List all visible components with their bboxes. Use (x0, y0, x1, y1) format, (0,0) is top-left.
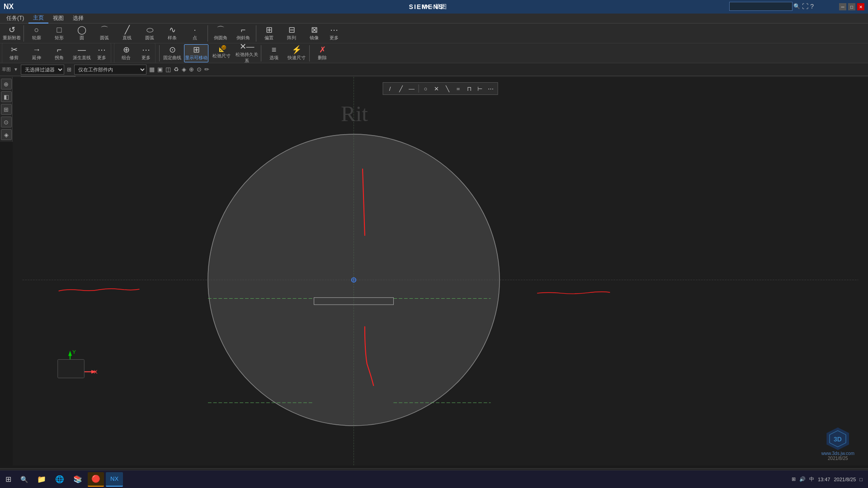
snap-tee[interactable]: ⊢ (475, 84, 485, 94)
more-edit-btn[interactable]: ⋯ 更多 (94, 44, 110, 62)
taskbar: ⊞ 🔍 📁 🌐 📚 🔴 NX ⊞ 🔊 中 13:47 2021/8/25 □ (0, 470, 868, 488)
close-btn[interactable]: ✕ (857, 3, 864, 10)
snap-more[interactable]: ⋯ (486, 84, 496, 94)
fillet-btn[interactable]: ⌒ 倒圆角 (210, 24, 231, 42)
combine-btn[interactable]: ⊕ 组合 (115, 44, 137, 62)
help-btn[interactable]: ? (810, 3, 814, 10)
menu-bar: 任务(T) 主页 视图 选择 (0, 14, 868, 23)
view-btn8[interactable]: ✏ (204, 66, 209, 73)
snap-diagonal1[interactable]: / (385, 84, 395, 94)
show-movable-btn[interactable]: ⊞ 显示可移动 (184, 44, 208, 62)
snap-bracket[interactable]: ⊓ (464, 84, 474, 94)
offset-icon: ⊞ (266, 26, 273, 34)
relax-dim-btn[interactable]: 📐10 松弛尺寸 (209, 44, 234, 62)
offset-btn[interactable]: ⊞ 偏置 (258, 24, 280, 42)
view-btn3[interactable]: ◫ (165, 66, 171, 73)
taskbar-date: 2021/8/25 (834, 477, 856, 482)
more1-btn[interactable]: ⋯ 更多 (326, 24, 342, 42)
rect-btn[interactable]: □ 矩形 (48, 24, 70, 42)
nx-taskbar-btn[interactable]: NX (106, 472, 123, 487)
svg-text:Y: Y (72, 349, 76, 355)
scope-select[interactable]: 仅在工作部件内 (74, 65, 146, 75)
relax-dim-icon: 📐10 (219, 47, 224, 52)
delete-icon: ✗ (319, 46, 326, 54)
show-movable-icon: ⊞ (193, 46, 200, 54)
files-btn[interactable]: 📁 (33, 472, 50, 487)
snap-circle[interactable]: ○ (421, 84, 431, 94)
snap-horizontal[interactable]: — (407, 84, 417, 94)
taskbar-right: ⊞ 🔊 中 13:47 2021/8/25 □ (792, 476, 866, 483)
quick-dim-btn[interactable]: ⚡ 快速尺寸 (286, 44, 307, 62)
taskbar-notification-icon[interactable]: □ (859, 477, 863, 482)
search-input[interactable] (729, 2, 793, 11)
sidebar-history-btn[interactable]: ◈ (1, 129, 12, 140)
combine-icon: ⊕ (123, 46, 130, 54)
view-btn2[interactable]: ▣ (157, 66, 163, 73)
array-label: 阵列 (287, 35, 296, 41)
more-edit-icon: ⋯ (98, 46, 106, 54)
point-btn[interactable]: · 点 (184, 24, 206, 42)
fix-curve-btn[interactable]: ⊙ 固定曲线 (161, 44, 183, 62)
more1-label: 更多 (330, 35, 339, 41)
profile-icon: ○ (34, 26, 39, 34)
derive-line-btn[interactable]: — 派生直线 (71, 44, 93, 62)
more-combine-label: 更多 (142, 55, 151, 61)
extend-btn[interactable]: → 延伸 (26, 44, 47, 62)
fix-curve-label: 固定曲线 (163, 55, 181, 61)
quick-dim-icon: ⚡ (292, 46, 302, 54)
menu-task[interactable]: 任务(T) (2, 14, 28, 23)
arc-btn[interactable]: ⌒ 圆弧 (94, 24, 115, 42)
delete-btn[interactable]: ✗ 删除 (311, 44, 333, 62)
security-btn[interactable]: 🔴 (88, 472, 104, 487)
line-btn[interactable]: ╱ 直线 (116, 24, 138, 42)
minimize-btn[interactable]: ─ (839, 3, 846, 10)
window-controls[interactable]: ─ □ ✕ (839, 3, 864, 10)
canvas-area[interactable]: / ╱ — ○ ✕ ╲ = ⊓ ⊢ ⋯ (13, 77, 868, 465)
relax-rel-icon: ✕— (240, 43, 255, 51)
sidebar-model-btn[interactable]: ◧ (1, 91, 12, 102)
mirror-btn[interactable]: ⊠ 镜像 (303, 24, 325, 42)
circle-btn[interactable]: ◯ 圆 (71, 24, 93, 42)
search-icon[interactable]: 🔍 (793, 3, 800, 9)
relax-rel-label: 松弛持久关系 (235, 52, 259, 64)
array-btn[interactable]: ⊟ 阵列 (281, 24, 302, 42)
options-btn[interactable]: ≡ 选项 (263, 44, 285, 62)
view-btn6[interactable]: ⊕ (189, 66, 194, 73)
snap-cross[interactable]: ✕ (432, 84, 442, 94)
menu-view[interactable]: 视图 (48, 14, 68, 23)
sidebar-layer-btn[interactable]: ⊞ (1, 104, 12, 115)
corner-btn[interactable]: ⌐ 拐角 (48, 44, 70, 62)
snap-diagonal2[interactable]: ╱ (396, 84, 406, 94)
start-btn[interactable]: ⊞ (2, 472, 15, 487)
menu-select[interactable]: 选择 (68, 14, 88, 23)
profile-btn[interactable]: ○ 轮廓 (26, 24, 47, 42)
sep5 (261, 45, 261, 61)
fullscreen-btn[interactable]: ⛶ (802, 3, 808, 10)
spline-btn[interactable]: ∿ 样条 (161, 24, 183, 42)
menu-home[interactable]: 主页 (28, 13, 48, 23)
view-btn4[interactable]: ♻ (174, 66, 179, 73)
sidebar-constraint-btn[interactable]: ⊙ (1, 117, 12, 127)
relax-rel-btn[interactable]: ✕— 松弛持久关系 (235, 44, 259, 62)
ellipse-btn[interactable]: ⬭ 圆弧 (139, 24, 160, 42)
maximize-btn[interactable]: □ (848, 3, 855, 10)
store-btn[interactable]: 📚 (70, 472, 86, 487)
view-btn7[interactable]: ⊙ (197, 66, 202, 73)
filter-select[interactable]: 无选择过滤器 (21, 65, 64, 75)
search-taskbar-btn[interactable]: 🔍 (17, 472, 32, 487)
extend-label: 延伸 (32, 55, 41, 61)
search-bar[interactable]: 🔍 ⛶ ? (729, 2, 814, 11)
more-combine-btn[interactable]: ⋯ 更多 (138, 44, 154, 62)
sidebar-snap-btn[interactable]: ⊕ (1, 79, 12, 89)
refresh-btn[interactable]: ↺ 重新附着 (2, 24, 22, 42)
snap-equal[interactable]: = (453, 84, 463, 94)
svg-text:X: X (94, 369, 98, 375)
trim-btn[interactable]: ✂ 修剪 (3, 44, 25, 62)
view-btn5[interactable]: ◈ (182, 66, 186, 73)
trim-icon: ✂ (11, 46, 18, 54)
browser-btn[interactable]: 🌐 (52, 472, 68, 487)
chamfer-btn[interactable]: ⌐ 倒斜角 (232, 24, 254, 42)
snap-diag3[interactable]: ╲ (443, 84, 453, 94)
options-icon: ≡ (272, 46, 277, 54)
view-btn1[interactable]: ▦ (149, 66, 155, 73)
